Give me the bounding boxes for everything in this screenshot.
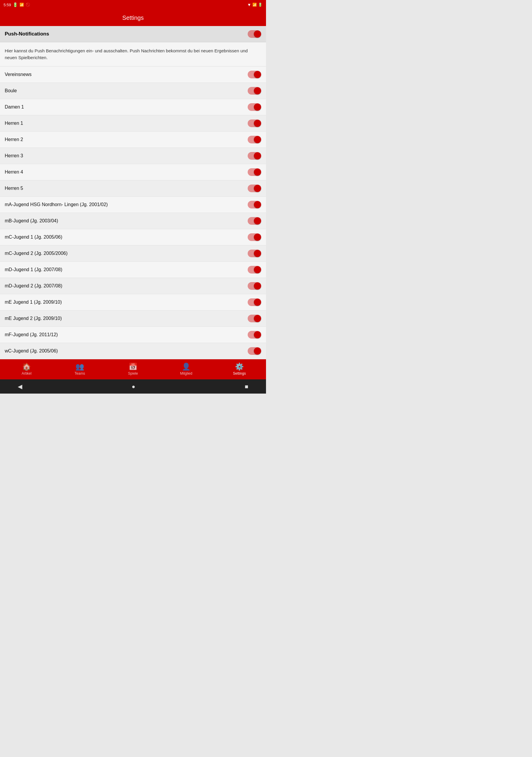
toggle-thumb xyxy=(254,331,261,338)
list-item-label: Boule xyxy=(5,88,17,93)
list-item-toggle[interactable] xyxy=(248,119,261,127)
wifi-icon: ▼ xyxy=(247,2,251,7)
status-bar: 5:59 🔋 📶 🚫 ▼ 📶 🔋 xyxy=(0,0,266,10)
list-item: Herren 1 xyxy=(0,115,266,132)
signal-icon: 📶 xyxy=(252,3,257,7)
list-item-toggle[interactable] xyxy=(248,266,261,274)
blocked-icon: 🚫 xyxy=(26,3,30,7)
toggle-thumb xyxy=(254,201,261,208)
list-item: mF-Jugend (Jg. 2011/12) xyxy=(0,327,266,343)
toggle-thumb xyxy=(254,266,261,273)
notifications-list: VereinsnewsBouleDamen 1Herren 1Herren 2H… xyxy=(0,67,266,359)
list-item: mE Jugend 2 (Jg. 2009/10) xyxy=(0,311,266,327)
list-item-label: mD-Jugend 2 (Jg. 2007/08) xyxy=(5,283,62,288)
list-item-toggle[interactable] xyxy=(248,298,261,306)
push-notifications-section-header: Push-Notifications xyxy=(0,26,266,42)
list-item-label: Herren 3 xyxy=(5,153,23,159)
list-item-toggle[interactable] xyxy=(248,250,261,257)
home-button[interactable]: ● xyxy=(132,383,135,390)
list-item-label: mC-Jugend 1 (Jg. 2005/06) xyxy=(5,234,62,240)
toggle-thumb xyxy=(254,152,261,159)
list-item-toggle[interactable] xyxy=(248,282,261,290)
list-item: mC-Jugend 2 (Jg. 2005/2006) xyxy=(0,245,266,262)
list-item-label: Damen 1 xyxy=(5,105,24,110)
list-item-toggle[interactable] xyxy=(248,152,261,160)
toggle-thumb xyxy=(254,136,261,143)
list-item-label: Herren 4 xyxy=(5,169,23,175)
list-item-toggle[interactable] xyxy=(248,347,261,355)
list-item-label: mD-Jugend 1 (Jg. 2007/08) xyxy=(5,267,62,272)
toggle-thumb xyxy=(254,299,261,306)
list-item-toggle[interactable] xyxy=(248,315,261,322)
nav-label-spiele: Spiele xyxy=(128,371,138,376)
toggle-thumb xyxy=(254,250,261,257)
status-time-area: 5:59 🔋 📶 🚫 xyxy=(4,2,30,7)
list-item-label: mE Jugend 1 (Jg. 2009/10) xyxy=(5,300,62,305)
toggle-thumb-master xyxy=(254,30,261,38)
list-item-toggle[interactable] xyxy=(248,136,261,143)
toggle-thumb xyxy=(254,104,261,110)
toggle-thumb xyxy=(254,348,261,354)
list-item-label: Herren 1 xyxy=(5,121,23,126)
push-notifications-master-toggle[interactable] xyxy=(248,30,261,38)
nav-label-teams: Teams xyxy=(74,371,85,376)
list-item: Herren 3 xyxy=(0,148,266,164)
nav-item-spiele[interactable]: 📅 Spiele xyxy=(106,359,160,379)
list-item: mD-Jugend 1 (Jg. 2007/08) xyxy=(0,262,266,278)
nav-item-teams[interactable]: 👥 Teams xyxy=(53,359,106,379)
list-item-toggle[interactable] xyxy=(248,71,261,78)
list-item: wC-Jugend (Jg. 2005/06) xyxy=(0,343,266,359)
spiele-icon: 📅 xyxy=(129,363,137,370)
nav-label-artikel: Artikel xyxy=(21,371,31,376)
battery-right-icon: 🔋 xyxy=(258,3,262,7)
nav-item-artikel[interactable]: 🏠 Artikel xyxy=(0,359,53,379)
status-time: 5:59 xyxy=(4,3,11,7)
toggle-thumb xyxy=(254,71,261,78)
list-item-toggle[interactable] xyxy=(248,185,261,192)
list-item-toggle[interactable] xyxy=(248,103,261,111)
nav-item-settings[interactable]: ⚙️ Settings xyxy=(213,359,266,379)
nav-label-settings: Settings xyxy=(233,371,246,376)
list-item: mD-Jugend 2 (Jg. 2007/08) xyxy=(0,278,266,294)
content-area: Push-Notifications Hier kannst du Push B… xyxy=(0,26,266,359)
list-item-toggle[interactable] xyxy=(248,331,261,339)
list-item-toggle[interactable] xyxy=(248,233,261,241)
list-item-toggle[interactable] xyxy=(248,87,261,95)
push-notifications-description: Hier kannst du Push Benachrichtigungen e… xyxy=(0,42,266,67)
header-title: Settings xyxy=(122,15,144,21)
list-item: mE Jugend 1 (Jg. 2009/10) xyxy=(0,294,266,311)
list-item: Herren 2 xyxy=(0,132,266,148)
teams-icon: 👥 xyxy=(75,363,84,370)
list-item-label: mB-Jugend (Jg. 2003/04) xyxy=(5,218,58,224)
list-item: Vereinsnews xyxy=(0,67,266,83)
bottom-navigation: 🏠 Artikel 👥 Teams 📅 Spiele 👤 Mitglied ⚙️… xyxy=(0,359,266,379)
list-item-toggle[interactable] xyxy=(248,201,261,208)
push-notifications-title: Push-Notifications xyxy=(5,31,49,37)
list-item-label: Herren 2 xyxy=(5,137,23,142)
toggle-thumb xyxy=(254,87,261,94)
toggle-thumb xyxy=(254,217,261,225)
toggle-thumb xyxy=(254,168,261,176)
list-item: mA-Jugend HSG Nordhorn- Lingen (Jg. 2001… xyxy=(0,197,266,213)
list-item-label: mA-Jugend HSG Nordhorn- Lingen (Jg. 2001… xyxy=(5,202,108,207)
recents-button[interactable]: ■ xyxy=(245,383,248,390)
list-item-label: mC-Jugend 2 (Jg. 2005/2006) xyxy=(5,251,68,256)
system-navigation-bar: ◀ ● ■ xyxy=(0,379,266,394)
back-button[interactable]: ◀ xyxy=(18,383,22,390)
battery-icon: 🔋 xyxy=(13,2,18,7)
settings-icon: ⚙️ xyxy=(235,363,244,370)
nav-label-mitglied: Mitglied xyxy=(180,371,192,376)
list-item: Boule xyxy=(0,83,266,99)
artikel-icon: 🏠 xyxy=(22,363,31,370)
toggle-thumb xyxy=(254,283,261,289)
list-item-label: Vereinsnews xyxy=(5,72,32,77)
list-item-toggle[interactable] xyxy=(248,168,261,176)
toggle-thumb xyxy=(254,234,261,241)
list-item-label: Herren 5 xyxy=(5,186,23,191)
list-item: Herren 4 xyxy=(0,164,266,180)
list-item-label: mE Jugend 2 (Jg. 2009/10) xyxy=(5,316,62,321)
description-text: Hier kannst du Push Benachrichtigungen e… xyxy=(5,48,248,60)
toggle-thumb xyxy=(254,120,261,127)
list-item-toggle[interactable] xyxy=(248,217,261,225)
nav-item-mitglied[interactable]: 👤 Mitglied xyxy=(160,359,213,379)
